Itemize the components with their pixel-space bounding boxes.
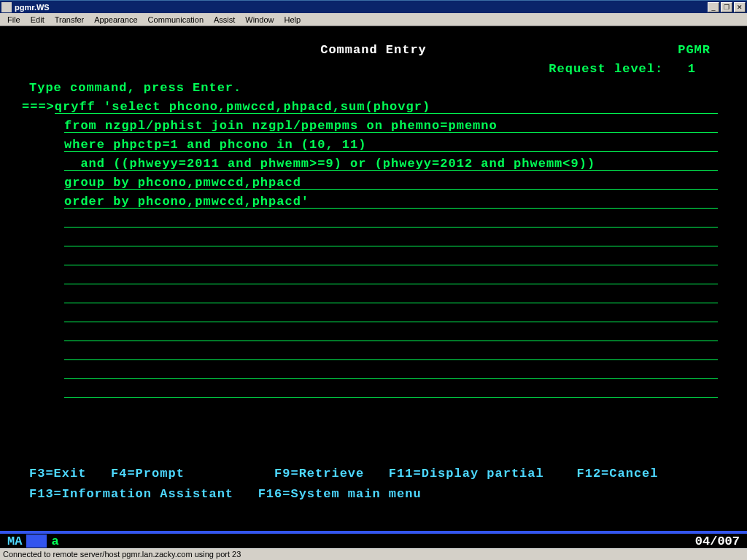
menu-communication[interactable]: Communication: [144, 14, 208, 26]
menu-edit[interactable]: Edit: [26, 14, 49, 26]
fkey-row-1: F3=Exit F4=Prompt F9=Retrieve F11=Displa…: [29, 464, 718, 484]
fkey-row-2: F13=Information Assistant F16=System mai…: [29, 484, 718, 505]
command-text-continuation[interactable]: group by phcono,pmwccd,phpacd: [64, 174, 301, 192]
app-icon: [1, 2, 12, 12]
window-status-bar: Connected to remote server/host pgmr.lan…: [0, 548, 747, 560]
command-text-continuation[interactable]: where phpctp=1 and phcono in (10, 11): [64, 136, 366, 155]
menu-appearance[interactable]: Appearance: [90, 14, 142, 26]
status-indicator-block: [26, 534, 47, 548]
command-text-continuation[interactable]: from nzgpl/pphist join nzgpl/ppempms on …: [64, 117, 498, 136]
instruction-line: Type command, press Enter.: [22, 79, 725, 98]
status-ma: MA: [7, 534, 22, 548]
screen-title: Command Entry: [139, 41, 608, 60]
status-a: a: [51, 534, 58, 548]
request-level-row: Request level: 1: [22, 60, 725, 79]
request-level-label: Request level:: [549, 60, 663, 79]
menu-transfer[interactable]: Transfer: [50, 14, 89, 26]
connection-status: Connected to remote server/host pgmr.lan…: [3, 550, 241, 559]
menu-bar: File Edit Transfer Appearance Communicat…: [0, 13, 747, 26]
command-input-area[interactable]: ===> qryff 'select phcono,pmwccd,phpacd,…: [22, 98, 725, 401]
window-titlebar: pgmr.WS _ ❐ ✕: [0, 0, 747, 13]
terminal-screen[interactable]: Command Entry PGMR Request level: 1 Type…: [0, 26, 747, 531]
menu-window[interactable]: Window: [241, 14, 278, 26]
status-cursor-pos: 04/007: [695, 534, 740, 548]
minimize-button[interactable]: _: [708, 2, 719, 12]
command-text-continuation[interactable]: and ((phweyy=2011 and phwemm>=9) or (phw…: [64, 155, 595, 174]
window-controls: _ ❐ ✕: [706, 2, 746, 12]
function-keys: F3=Exit F4=Prompt F9=Retrieve F11=Displa…: [29, 464, 718, 505]
close-button[interactable]: ✕: [734, 2, 746, 12]
command-prompt: ===>: [22, 98, 55, 117]
screen-user: PGMR: [608, 41, 725, 60]
command-text-continuation[interactable]: order by phcono,pmwccd,phpacd': [64, 192, 309, 211]
menu-assist[interactable]: Assist: [209, 14, 239, 26]
menu-help[interactable]: Help: [279, 14, 305, 26]
request-level-value: 1: [688, 60, 696, 79]
terminal-status-bar: MA a 04/007: [0, 531, 747, 548]
menu-file[interactable]: File: [3, 14, 25, 26]
command-text-first[interactable]: qryff 'select phcono,pmwccd,phpacd,sum(p…: [55, 98, 430, 117]
window-title: pgmr.WS: [15, 3, 50, 12]
maximize-button[interactable]: ❐: [721, 2, 732, 12]
